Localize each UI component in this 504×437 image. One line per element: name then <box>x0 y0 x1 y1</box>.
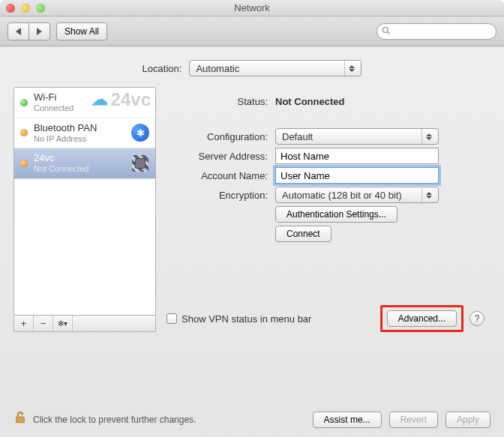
window-title: Network <box>234 2 270 13</box>
network-item-24vc[interactable]: 24vc Not Connected <box>14 148 155 179</box>
network-name: Bluetooth PAN <box>34 123 97 134</box>
authentication-settings-button[interactable]: Authentication Settings... <box>275 206 398 223</box>
server-address-label: Server Address: <box>166 151 268 162</box>
lock-text: Click the lock to prevent further change… <box>33 415 196 425</box>
forward-button[interactable] <box>29 22 50 40</box>
titlebar: Network <box>0 0 504 16</box>
network-status: Not Connected <box>34 164 88 174</box>
chevron-right-icon <box>37 28 42 35</box>
advanced-button[interactable]: Advanced... <box>387 310 457 327</box>
unlock-icon[interactable] <box>14 411 27 428</box>
show-all-button[interactable]: Show All <box>56 22 107 40</box>
revert-button[interactable]: Revert <box>389 412 438 428</box>
network-action-button[interactable]: ✻▾ <box>53 316 73 331</box>
network-item-bluetooth[interactable]: Bluetooth PAN No IP Address ✱ <box>14 118 155 149</box>
server-address-input[interactable] <box>275 148 439 164</box>
help-button[interactable]: ? <box>470 311 484 326</box>
location-select[interactable]: Automatic <box>189 60 362 76</box>
network-status: No IP Address <box>34 134 97 144</box>
encryption-select[interactable]: Automatic (128 bit or 40 bit) <box>275 187 439 203</box>
status-dot-icon <box>20 129 28 136</box>
status-label: Status: <box>166 96 268 107</box>
location-label: Location: <box>142 63 182 74</box>
show-vpn-status-checkbox[interactable] <box>166 313 177 324</box>
minimize-window-icon[interactable] <box>21 4 30 13</box>
network-status: Connected <box>34 103 74 113</box>
account-name-input[interactable] <box>275 167 439 184</box>
status-dot-icon <box>20 160 28 167</box>
connect-button[interactable]: Connect <box>275 226 332 242</box>
network-item-wifi[interactable]: Wi-Fi Connected <box>14 88 155 118</box>
advanced-highlight: Advanced... <box>380 305 464 332</box>
add-network-button[interactable]: + <box>14 316 34 331</box>
configuration-select[interactable]: Default <box>275 128 439 145</box>
close-window-icon[interactable] <box>6 4 15 13</box>
encryption-value: Automatic (128 bit or 40 bit) <box>282 190 402 201</box>
status-value: Not Connected <box>275 96 344 107</box>
apply-button[interactable]: Apply <box>446 412 490 428</box>
chevron-left-icon <box>16 28 21 35</box>
toolbar: Show All <box>0 16 504 46</box>
search-input[interactable] <box>376 23 496 40</box>
status-dot-icon <box>20 99 28 106</box>
network-list: ☁ 24vc Wi-Fi Connected Bluetooth PAN No … <box>14 87 156 316</box>
show-vpn-status-label: Show VPN status in menu bar <box>182 313 311 325</box>
assist-me-button[interactable]: Assist me... <box>313 412 382 428</box>
bluetooth-icon: ✱ <box>131 124 149 142</box>
search-icon <box>382 26 391 37</box>
svg-point-0 <box>383 27 388 32</box>
back-button[interactable] <box>8 22 29 40</box>
location-value: Automatic <box>196 63 239 74</box>
network-name: Wi-Fi <box>34 92 74 103</box>
configuration-label: Configuration: <box>166 131 268 142</box>
zoom-window-icon[interactable] <box>36 4 45 13</box>
lock-icon <box>131 154 149 172</box>
account-name-label: Account Name: <box>166 170 268 181</box>
remove-network-button[interactable]: − <box>34 316 53 331</box>
configuration-value: Default <box>282 131 313 142</box>
encryption-label: Encryption: <box>166 190 268 201</box>
network-name: 24vc <box>34 153 88 164</box>
svg-line-1 <box>388 31 390 34</box>
